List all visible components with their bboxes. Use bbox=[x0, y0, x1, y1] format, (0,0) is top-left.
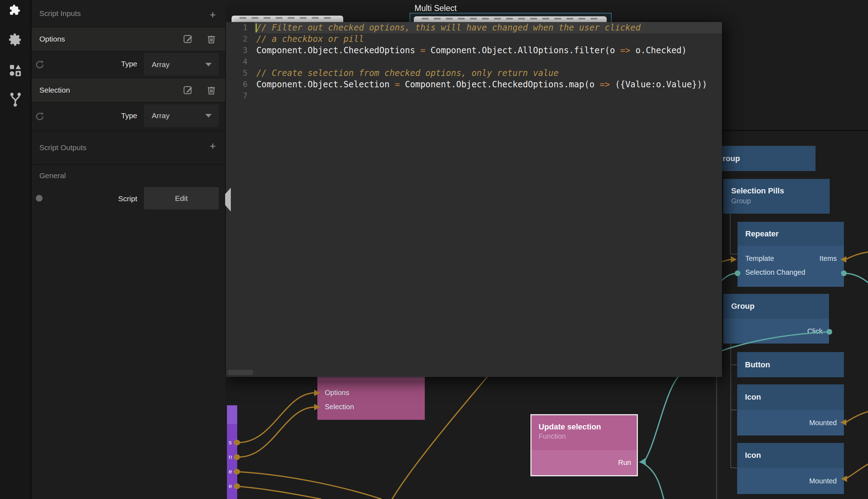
general-header: General bbox=[32, 165, 225, 187]
type-row-options: Type Array bbox=[32, 51, 225, 78]
assets-tab-button[interactable] bbox=[0, 60, 30, 81]
type-label: Type bbox=[121, 60, 137, 68]
type-row-selection: Type Array bbox=[32, 102, 225, 130]
type-dropdown-options[interactable]: Array bbox=[144, 53, 219, 76]
script-inputs-title: Script Inputs bbox=[39, 9, 81, 18]
rename-icon[interactable] bbox=[183, 85, 193, 95]
script-label: Script bbox=[118, 194, 137, 203]
version-control-icon bbox=[9, 92, 22, 107]
input-row-selection[interactable]: Selection bbox=[32, 78, 225, 102]
add-script-output-button[interactable]: + bbox=[207, 142, 218, 152]
components-icon bbox=[8, 63, 22, 77]
reset-icon[interactable] bbox=[35, 111, 45, 121]
chevron-down-icon bbox=[205, 114, 212, 117]
add-script-input-button[interactable]: + bbox=[207, 10, 218, 21]
reset-icon[interactable] bbox=[35, 60, 45, 70]
components-tab-button[interactable] bbox=[0, 0, 30, 21]
script-row: Script Edit bbox=[32, 187, 225, 213]
delete-icon[interactable] bbox=[207, 34, 216, 44]
gutter: 1234567 bbox=[226, 22, 255, 102]
version-control-tab-button[interactable] bbox=[0, 89, 30, 110]
puzzle-icon bbox=[8, 4, 22, 18]
type-label: Type bbox=[121, 111, 137, 120]
edit-button-label: Edit bbox=[175, 194, 188, 203]
side-toolbar bbox=[0, 0, 32, 499]
dropdown-value: Array bbox=[152, 60, 205, 69]
general-title: General bbox=[39, 171, 66, 180]
connection-dot[interactable] bbox=[36, 195, 43, 202]
noodl-editor-window: Multi Select roup Selection Pills Group … bbox=[0, 0, 868, 499]
input-name-label: Selection bbox=[39, 86, 70, 94]
code-lines[interactable]: // Filter out checked options, this will… bbox=[256, 22, 722, 102]
input-row-options[interactable]: Options bbox=[32, 27, 225, 51]
gear-icon bbox=[8, 32, 23, 47]
edit-script-button[interactable]: Edit bbox=[144, 187, 219, 209]
rename-icon[interactable] bbox=[183, 34, 193, 44]
delete-icon[interactable] bbox=[207, 85, 216, 95]
settings-tab-button[interactable] bbox=[0, 29, 30, 50]
script-editor[interactable]: 1234567 // Filter out checked options, t… bbox=[226, 22, 722, 377]
input-name-label: Options bbox=[39, 35, 65, 43]
chevron-down-icon bbox=[205, 63, 212, 66]
script-outputs-header: Script Outputs bbox=[32, 131, 225, 164]
type-dropdown-selection[interactable]: Array bbox=[144, 104, 219, 127]
script-inputs-header: Script Inputs bbox=[32, 0, 225, 27]
dropdown-value: Array bbox=[152, 111, 205, 120]
script-outputs-title: Script Outputs bbox=[39, 143, 87, 152]
horizontal-scrollbar-thumb[interactable] bbox=[227, 370, 254, 375]
properties-panel: Script Inputs + Options Type Arr bbox=[32, 0, 225, 499]
